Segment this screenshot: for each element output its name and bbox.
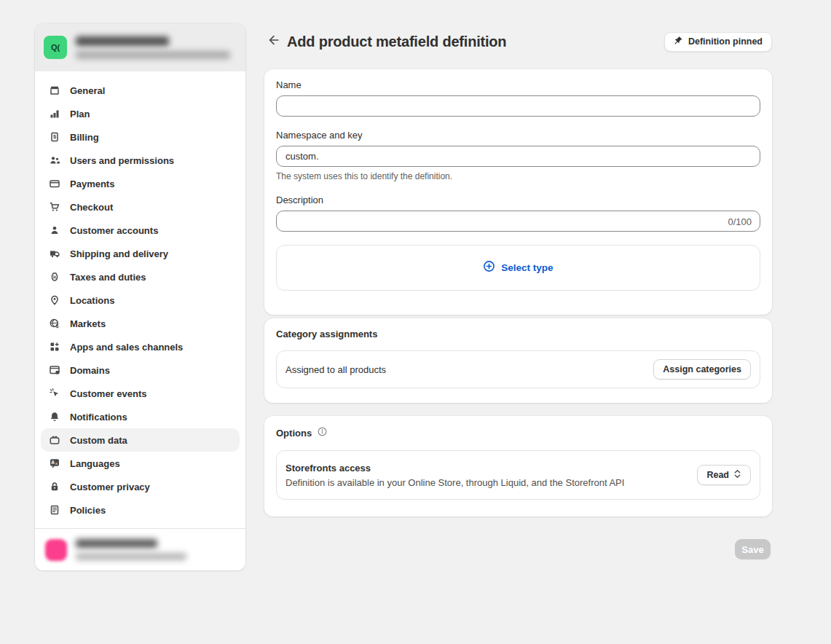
save-button[interactable]: Save (735, 539, 771, 559)
sidebar-item-label: Custom data (70, 435, 127, 446)
back-arrow-icon (267, 34, 280, 50)
redacted-user-email (76, 553, 186, 560)
sidebar-item-label: Checkout (70, 202, 113, 213)
cart-icon (48, 200, 61, 213)
custom-data-icon (48, 433, 61, 447)
billing-receipt-icon: $ (48, 130, 61, 144)
sidebar-item-apps-and-sales-channels[interactable]: Apps and sales channels (41, 335, 240, 358)
options-card: Options Storefronts access Definition is… (264, 416, 772, 517)
translate-icon: Ax (48, 457, 61, 470)
sidebar-item-label: Customer privacy (70, 482, 150, 492)
chevron-updown-icon (733, 469, 741, 481)
circle-plus-icon (483, 260, 495, 275)
store-header: Q( (35, 23, 245, 71)
location-pin-icon (48, 294, 61, 307)
sidebar-item-label: Markets (70, 318, 106, 329)
back-button[interactable] (264, 33, 282, 50)
sidebar-item-users-and-permissions[interactable]: Users and permissions (41, 149, 240, 172)
options-title: Options (276, 426, 760, 439)
options-title-text: Options (276, 428, 312, 439)
description-input[interactable] (276, 211, 760, 232)
sidebar-item-label: Locations (70, 295, 114, 306)
namespace-label: Namespace and key (276, 130, 760, 141)
sidebar-item-label: Languages (70, 458, 120, 469)
sidebar-item-customer-privacy[interactable]: Customer privacy (41, 475, 240, 498)
sidebar-item-markets[interactable]: $ Markets (41, 312, 240, 335)
sidebar-item-checkout[interactable]: Checkout (41, 195, 240, 219)
cursor-click-icon (48, 387, 61, 400)
storefronts-access-title: Storefronts access (285, 463, 697, 474)
assignment-status-text: Assigned to all products (285, 364, 386, 375)
select-type-label: Select type (501, 262, 553, 273)
plan-chart-icon (48, 107, 61, 120)
sidebar-item-label: Customer events (70, 388, 146, 399)
assign-categories-button[interactable]: Assign categories (653, 359, 751, 380)
sidebar-item-custom-data[interactable]: Custom data (41, 428, 240, 452)
namespace-help-text: The system uses this to identify the def… (276, 171, 760, 181)
sidebar-item-label: General (70, 85, 105, 96)
sidebar-item-plan[interactable]: Plan (41, 102, 240, 125)
store-avatar: Q( (44, 36, 67, 59)
sidebar-item-label: Notifications (70, 412, 127, 423)
store-meta (76, 36, 237, 59)
users-icon (48, 154, 61, 167)
storefronts-access-value: Read (706, 470, 729, 480)
sidebar-item-label: Customer accounts (70, 225, 158, 236)
category-assignments-card: Category assignments Assigned to all pro… (264, 318, 772, 403)
select-type-button[interactable]: Select type (276, 245, 760, 291)
description-field: 0/100 (276, 211, 760, 232)
payments-card-icon (48, 177, 61, 190)
apps-grid-icon (48, 340, 61, 353)
browser-window-icon (48, 364, 61, 377)
svg-text:A: A (51, 460, 55, 465)
sidebar-item-policies[interactable]: Policies (41, 498, 240, 522)
sidebar-item-general[interactable]: General (41, 79, 240, 102)
store-avatar-initials: Q( (51, 43, 60, 52)
sidebar-item-label: Users and permissions (70, 155, 174, 166)
sidebar-item-label: Apps and sales channels (70, 342, 183, 353)
svg-text:$: $ (53, 133, 57, 140)
sidebar-item-shipping-and-delivery[interactable]: Shipping and delivery (41, 242, 240, 265)
category-assignments-title: Category assignments (276, 329, 760, 339)
name-label: Name (276, 79, 760, 90)
sidebar-item-customer-events[interactable]: Customer events (41, 382, 240, 405)
sidebar-item-label: Policies (70, 505, 106, 516)
redacted-store-domain (76, 51, 230, 59)
page-header: Add product metafield definition Definit… (264, 31, 772, 52)
sidebar-item-label: Taxes and duties (70, 272, 146, 283)
sidebar-item-label: Plan (70, 109, 90, 119)
sidebar-item-locations[interactable]: Locations (41, 288, 240, 312)
definition-pinned-button[interactable]: Definition pinned (664, 32, 772, 52)
namespace-input[interactable] (276, 146, 760, 167)
sidebar-item-customer-accounts[interactable]: Customer accounts (41, 219, 240, 242)
settings-nav: General Plan $ Billing Users and permiss… (35, 71, 245, 522)
sidebar-item-payments[interactable]: Payments (41, 172, 240, 195)
pin-icon (674, 36, 683, 47)
storefronts-access-row: Storefronts access Definition is availab… (276, 450, 760, 500)
definition-form-card: Name Namespace and key The system uses t… (264, 69, 772, 315)
sidebar-item-label: Billing (70, 132, 99, 143)
bell-icon (48, 410, 61, 423)
sidebar-item-notifications[interactable]: Notifications (41, 405, 240, 428)
definition-pinned-label: Definition pinned (688, 36, 763, 47)
sidebar-item-domains[interactable]: Domains (41, 358, 240, 382)
sidebar-item-billing[interactable]: $ Billing (41, 125, 240, 149)
info-icon[interactable] (317, 426, 328, 439)
tax-bag-icon (48, 270, 61, 283)
name-input[interactable] (276, 95, 760, 117)
storefronts-access-description: Definition is available in your Online S… (285, 477, 697, 488)
redacted-user-name (76, 539, 157, 548)
sidebar-item-label: Shipping and delivery (70, 248, 168, 259)
user-avatar (45, 539, 67, 561)
store-icon (48, 84, 61, 97)
settings-sidebar: Q( General Plan $ Billing User (35, 23, 245, 570)
lock-icon (48, 480, 61, 493)
svg-text:$: $ (56, 323, 59, 329)
category-assignment-row: Assigned to all products Assign categori… (276, 350, 760, 388)
page-title: Add product metafield definition (287, 34, 506, 50)
storefronts-access-select[interactable]: Read (697, 465, 751, 485)
sidebar-item-taxes-and-duties[interactable]: Taxes and duties (41, 265, 240, 288)
user-account-footer[interactable] (35, 528, 245, 570)
sidebar-item-languages[interactable]: Ax Languages (41, 452, 240, 475)
redacted-store-name (76, 36, 169, 46)
